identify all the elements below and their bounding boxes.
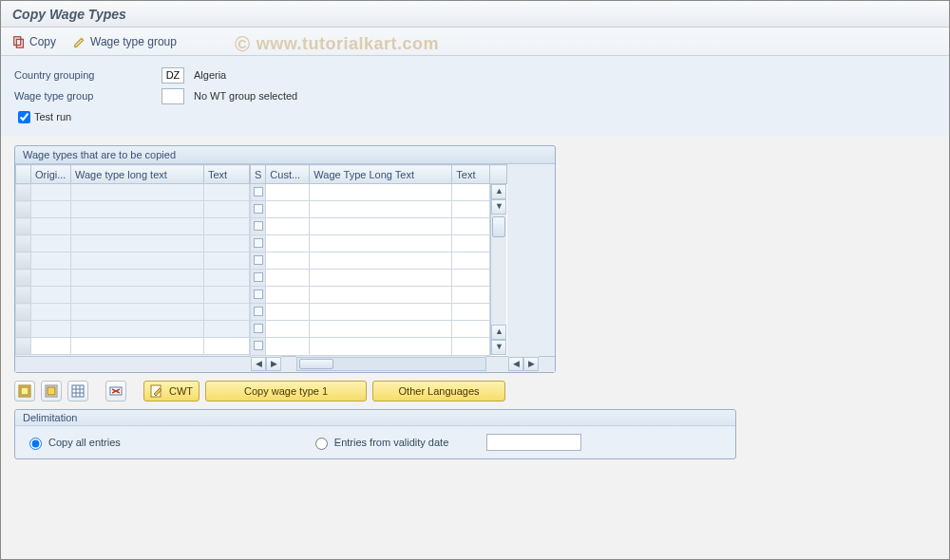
copy-label: Copy bbox=[29, 35, 56, 48]
scroll-up-button[interactable]: ▲ bbox=[491, 184, 506, 199]
table-row[interactable] bbox=[16, 235, 250, 252]
left-scroll-right-button[interactable]: ▶ bbox=[266, 357, 281, 371]
table-row[interactable] bbox=[251, 304, 507, 321]
table-row[interactable] bbox=[16, 287, 250, 304]
table-row[interactable] bbox=[16, 252, 250, 270]
col-text[interactable]: Text bbox=[204, 165, 250, 184]
wage-type-group-field-label: Wage type group bbox=[14, 90, 162, 102]
delimitation-panel: Delimitation Copy all entries Entries fr… bbox=[14, 409, 736, 459]
copy-all-entries-radio[interactable]: Copy all entries bbox=[25, 435, 121, 450]
copy-wage-type-1-label: Copy wage type 1 bbox=[244, 385, 328, 397]
scroll-up-step-button[interactable]: ▲ bbox=[491, 325, 506, 340]
wage-types-grid-right[interactable]: S Cust... Wage Type Long Text Text ▲ ▼ ▲… bbox=[250, 164, 507, 356]
col-cust[interactable]: Cust... bbox=[266, 165, 310, 184]
pencil-icon bbox=[73, 35, 86, 48]
copy-icon bbox=[12, 35, 26, 48]
col-origi[interactable]: Origi... bbox=[31, 165, 71, 184]
entries-from-date-radio[interactable]: Entries from validity date bbox=[311, 435, 448, 450]
col-text-2[interactable]: Text bbox=[452, 165, 490, 184]
table-row[interactable] bbox=[251, 287, 507, 304]
cwt-label: CWT bbox=[169, 385, 193, 397]
svg-rect-0 bbox=[14, 36, 21, 45]
scroll-down-step-button[interactable]: ▼ bbox=[491, 199, 506, 215]
table-row[interactable] bbox=[16, 321, 250, 338]
other-languages-label: Other Languages bbox=[399, 385, 480, 397]
table-row[interactable] bbox=[251, 270, 507, 287]
table-row[interactable] bbox=[16, 218, 250, 235]
entries-from-date-label: Entries from validity date bbox=[334, 437, 448, 448]
table-row[interactable] bbox=[251, 201, 507, 218]
col-wt-long-text[interactable]: Wage type long text bbox=[71, 165, 204, 184]
country-code-field[interactable] bbox=[162, 67, 184, 84]
svg-rect-3 bbox=[21, 387, 28, 395]
scroll-down-button[interactable]: ▼ bbox=[491, 340, 506, 355]
cwt-button[interactable]: CWT bbox=[143, 381, 200, 401]
table-row[interactable] bbox=[251, 252, 507, 270]
right-scroll-right-button[interactable]: ▶ bbox=[523, 357, 539, 371]
grid-icon bbox=[71, 384, 85, 398]
table-row[interactable] bbox=[16, 304, 250, 321]
table-row[interactable] bbox=[16, 270, 250, 287]
table-row[interactable] bbox=[251, 218, 507, 235]
delete-row-icon bbox=[109, 384, 123, 398]
horizontal-scrollbar[interactable] bbox=[296, 357, 486, 371]
page-title: Copy Wage Types bbox=[1, 1, 949, 28]
table-row[interactable] bbox=[16, 338, 250, 355]
other-languages-button[interactable]: Other Languages bbox=[372, 381, 505, 401]
col-wt-long-text-2[interactable]: Wage Type Long Text bbox=[310, 165, 452, 184]
test-run-checkbox[interactable] bbox=[18, 111, 30, 123]
table-row[interactable] bbox=[251, 235, 507, 252]
wage-types-table-panel: Wage types that are to be copied Origi..… bbox=[14, 145, 556, 373]
wage-types-table-title: Wage types that are to be copied bbox=[15, 146, 555, 164]
edit-list-icon bbox=[150, 384, 163, 398]
table-row[interactable] bbox=[251, 321, 507, 338]
wage-type-group-field[interactable] bbox=[162, 88, 184, 104]
table-settings-button[interactable] bbox=[67, 381, 88, 401]
copy-wage-type-1-button[interactable]: Copy wage type 1 bbox=[205, 381, 367, 401]
wage-type-group-text: No WT group selected bbox=[194, 90, 297, 102]
copy-button[interactable]: Copy bbox=[12, 35, 56, 48]
svg-rect-5 bbox=[48, 387, 55, 395]
deselect-all-button[interactable] bbox=[41, 381, 62, 401]
wage-types-grid-left[interactable]: Origi... Wage type long text Text bbox=[15, 164, 250, 355]
select-all-icon bbox=[18, 384, 31, 398]
table-config-button[interactable] bbox=[490, 165, 507, 184]
left-scroll-left-button[interactable]: ◀ bbox=[251, 357, 266, 371]
svg-rect-6 bbox=[72, 385, 84, 397]
country-name-text: Algeria bbox=[194, 69, 226, 81]
country-grouping-label: Country grouping bbox=[14, 69, 162, 81]
delete-row-button[interactable] bbox=[105, 381, 126, 401]
wage-type-group-label: Wage type group bbox=[90, 35, 177, 48]
table-row[interactable]: ▲ ▼ ▲ ▼ bbox=[251, 184, 507, 201]
entries-from-date-radio-input[interactable] bbox=[315, 438, 328, 450]
deselect-all-icon bbox=[45, 384, 58, 398]
delimitation-title: Delimitation bbox=[15, 410, 735, 426]
col-s[interactable]: S bbox=[251, 165, 266, 184]
copy-all-entries-label: Copy all entries bbox=[48, 437, 121, 448]
table-row[interactable] bbox=[251, 338, 507, 355]
validity-date-field[interactable] bbox=[486, 434, 581, 451]
select-all-button[interactable] bbox=[14, 381, 35, 401]
toolbar: Copy Wage type group bbox=[1, 28, 949, 56]
selection-form: Country grouping Algeria Wage type group… bbox=[1, 56, 949, 136]
table-row[interactable] bbox=[16, 184, 250, 201]
svg-rect-1 bbox=[16, 39, 23, 47]
wage-type-group-button[interactable]: Wage type group bbox=[73, 35, 177, 48]
right-scroll-left-button[interactable]: ◀ bbox=[508, 357, 523, 371]
table-row[interactable] bbox=[16, 201, 250, 218]
vertical-scrollbar[interactable] bbox=[491, 215, 506, 325]
action-button-row: CWT Copy wage type 1 Other Languages bbox=[14, 381, 936, 401]
copy-all-entries-radio-input[interactable] bbox=[29, 438, 42, 450]
test-run-label: Test run bbox=[34, 111, 71, 122]
